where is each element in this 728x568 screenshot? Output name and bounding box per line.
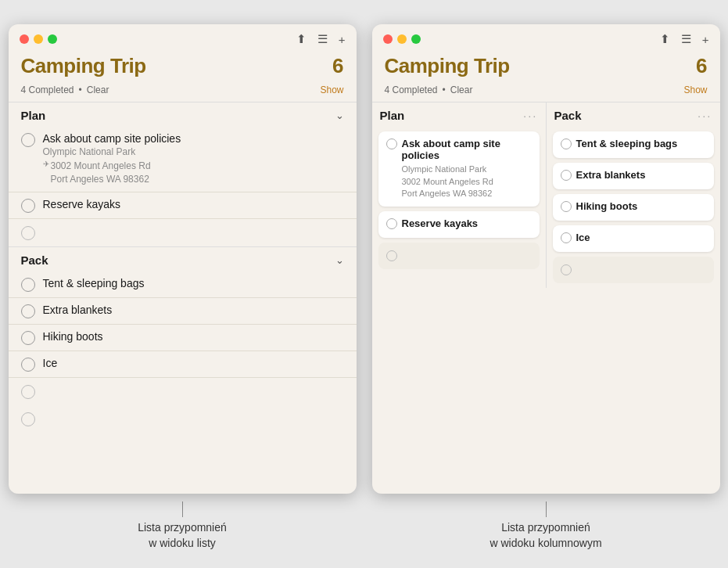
left-pack-item-title-4: Ice	[43, 357, 58, 369]
right-pack-card-checkbox-1[interactable]	[561, 138, 572, 149]
left-plan-text-2: Reserve kayaks	[43, 198, 121, 210]
right-plan-column-title: Plan	[380, 109, 405, 122]
right-completed-text: 4 Completed	[385, 84, 438, 95]
left-pack-item-1: Tent & sleeping bags	[9, 271, 357, 298]
right-titlebar-actions: ⬆ ☰ +	[660, 32, 709, 46]
right-show-button[interactable]: Show	[683, 84, 707, 95]
left-minimize-button[interactable]	[34, 34, 43, 44]
right-bullet: •	[443, 84, 446, 95]
right-pack-empty-checkbox-1[interactable]	[561, 264, 572, 275]
right-titlebar: ⬆ ☰ +	[372, 24, 720, 51]
right-pack-card-title-2: Extra blankets	[576, 169, 646, 181]
right-plan-card-2-row: Reserve kayaks	[386, 217, 532, 232]
left-pack-section-header: Pack ⌄	[9, 246, 357, 271]
left-pack-checkbox-4[interactable]	[21, 358, 35, 372]
right-pack-card-title-4: Ice	[576, 232, 590, 243]
right-caption-text: Lista przypomnieńw widoku kolumnowym	[490, 520, 601, 551]
right-window: ⬆ ☰ + Camping Trip 6 4 Completed • Clear…	[372, 24, 720, 494]
right-completed-bar: 4 Completed • Clear Show	[372, 83, 720, 102]
left-pack-item-title-3: Hiking boots	[43, 330, 103, 343]
right-column-view: Plan ··· Ask about camp site policies Ol…	[372, 102, 720, 288]
left-show-button[interactable]: Show	[320, 84, 343, 95]
left-pack-empty-checkbox-2[interactable]	[21, 412, 35, 426]
left-plan-item-addr-1: 3002 Mount Angeles RdPort Angeles WA 983…	[51, 160, 151, 186]
right-pack-card-checkbox-2[interactable]	[561, 170, 572, 181]
right-close-button[interactable]	[383, 34, 393, 44]
right-share-icon[interactable]: ⬆	[660, 32, 670, 46]
left-pack-empty-checkbox-1[interactable]	[21, 385, 35, 399]
left-pack-item-4: Ice	[9, 351, 357, 378]
left-plan-checkbox-2[interactable]	[21, 199, 35, 213]
right-pack-card-checkbox-3[interactable]	[561, 201, 572, 212]
right-window-title: Camping Trip	[385, 54, 510, 78]
left-plan-section-header: Plan ⌄	[9, 102, 357, 127]
left-plan-item-1: Ask about camp site policies Olympic Nat…	[9, 127, 357, 192]
right-pack-card-2: Extra blankets	[553, 163, 714, 189]
left-plan-item-location-1: ✈ 3002 Mount Angeles RdPort Angeles WA 9…	[43, 159, 181, 186]
right-caption-block: Lista przypomnieńw widoku kolumnowym	[372, 501, 720, 551]
left-add-icon[interactable]: +	[339, 33, 346, 46]
left-close-button[interactable]	[20, 34, 29, 44]
left-pack-title: Pack	[21, 253, 48, 267]
right-plan-card-sub-1: Olympic National Park3002 Mount Angeles …	[402, 164, 532, 200]
captions-row: Lista przypomnieńw widoku listy Lista pr…	[0, 494, 728, 559]
right-pack-card-1: Tent & sleeping bags	[553, 131, 714, 158]
right-pack-card-4: Ice	[553, 225, 714, 252]
right-pack-card-checkbox-4[interactable]	[561, 232, 572, 243]
left-plan-item-2: Reserve kayaks	[9, 192, 357, 219]
left-maximize-button[interactable]	[48, 34, 57, 44]
left-window-title: Camping Trip	[21, 54, 146, 78]
right-plan-card-text-1: Ask about camp site policies Olympic Nat…	[402, 138, 532, 200]
left-pack-item-2: Extra blankets	[9, 298, 357, 325]
left-window: ⬆ ☰ + Camping Trip 6 4 Completed • Clear…	[9, 24, 357, 494]
right-caption-line	[546, 501, 547, 517]
right-pack-card-title-3: Hiking boots	[576, 200, 638, 212]
left-caption-block: Lista przypomnieńw widoku listy	[9, 501, 357, 551]
right-plan-more-icon[interactable]: ···	[523, 109, 538, 122]
left-titlebar-actions: ⬆ ☰ +	[296, 32, 346, 46]
left-pack-chevron-icon[interactable]: ⌄	[335, 254, 344, 266]
left-list-icon[interactable]: ☰	[317, 32, 328, 46]
right-pack-column: Pack ··· Tent & sleeping bags Extra blan…	[547, 102, 720, 288]
left-pack-checkbox-3[interactable]	[21, 331, 35, 345]
right-item-count: 6	[696, 54, 707, 78]
left-plan-item-title-2: Reserve kayaks	[43, 198, 121, 210]
left-traffic-lights	[20, 34, 57, 44]
left-pack-item-title-2: Extra blankets	[43, 304, 113, 316]
right-pack-card-1-row: Tent & sleeping bags	[561, 138, 706, 152]
right-minimize-button[interactable]	[397, 34, 407, 44]
right-plan-column: Plan ··· Ask about camp site policies Ol…	[372, 102, 546, 288]
right-clear-button[interactable]: Clear	[450, 84, 473, 95]
left-plan-chevron-icon[interactable]: ⌄	[335, 110, 344, 121]
left-completed-bar: 4 Completed • Clear Show	[9, 83, 357, 102]
right-pack-card-3-row: Hiking boots	[561, 200, 706, 214]
right-pack-card-4-row: Ice	[561, 232, 706, 246]
right-pack-column-title: Pack	[554, 109, 582, 122]
right-window-header: Camping Trip 6	[372, 51, 720, 83]
left-plan-item-sub-1: Olympic National Park	[43, 146, 181, 159]
right-maximize-button[interactable]	[411, 34, 421, 44]
left-pack-checkbox-2[interactable]	[21, 304, 35, 318]
left-clear-button[interactable]: Clear	[87, 84, 109, 95]
right-plan-card-title-2: Reserve kayaks	[402, 217, 479, 229]
left-pack-item-title-1: Tent & sleeping bags	[43, 277, 145, 289]
left-plan-checkbox-1[interactable]	[21, 133, 35, 147]
left-window-header: Camping Trip 6	[9, 51, 357, 83]
right-plan-empty-1	[378, 243, 540, 269]
left-plan-empty-checkbox-1[interactable]	[21, 226, 35, 240]
right-plan-empty-checkbox-1[interactable]	[386, 250, 397, 261]
left-pack-checkbox-1[interactable]	[21, 278, 35, 292]
right-plan-card-checkbox-2[interactable]	[386, 218, 397, 229]
left-plan-empty-1	[9, 219, 357, 246]
right-list-icon[interactable]: ☰	[681, 32, 691, 46]
right-add-icon[interactable]: +	[702, 33, 709, 46]
left-pack-empty-1	[9, 378, 357, 405]
right-plan-card-checkbox-1[interactable]	[386, 138, 397, 149]
right-pack-more-icon[interactable]: ···	[698, 109, 712, 122]
left-plan-item-title-1: Ask about camp site policies	[43, 132, 181, 145]
right-pack-empty-1	[553, 257, 714, 283]
right-plan-card-1-row: Ask about camp site policies Olympic Nat…	[386, 138, 532, 200]
left-plan-title: Plan	[21, 109, 46, 122]
left-share-icon[interactable]: ⬆	[296, 32, 307, 46]
right-pack-card-2-row: Extra blankets	[561, 169, 706, 183]
